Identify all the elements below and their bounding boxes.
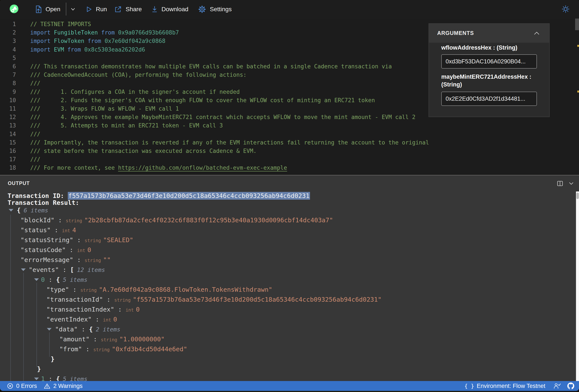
share-icon <box>114 6 122 13</box>
warning-mark <box>577 91 579 93</box>
tree-collapse-triangle[interactable] <box>21 269 26 271</box>
arg-label-maybemint: maybeMintERC721AddressHex : (String) <box>441 73 537 88</box>
run-button[interactable]: Run <box>86 0 107 19</box>
tree-collapse-triangle[interactable] <box>9 209 13 212</box>
json-tree-row: "data" : {2 items <box>0 324 576 334</box>
json-tree-row: } <box>0 354 576 364</box>
run-label: Run <box>96 6 107 13</box>
line-number: 9 <box>0 88 16 96</box>
open-dropdown-button[interactable] <box>70 0 76 19</box>
code-text: /// state before the transaction was exe… <box>30 147 257 155</box>
code-text: import FlowToken from 0x7e60df042a9c0868 <box>30 37 165 45</box>
transaction-id-value[interactable]: f557a1573b76aa53e73d46f3e10d200d5c18a653… <box>68 192 310 200</box>
json-tree-row: "statusCode" : int0 <box>0 245 576 255</box>
code-text: /// 3. Wraps FLOW as WFLOW - EVM call 1 <box>30 105 179 113</box>
errors-count[interactable]: 0 Errors <box>16 383 37 390</box>
json-tree-row: "transactionId" : string"f557a1573b76aa5… <box>0 294 576 304</box>
arguments-title: ARGUMENTS <box>437 30 474 36</box>
open-button[interactable]: Open <box>35 0 61 19</box>
line-number: 11 <box>0 105 16 113</box>
output-collapse-chevron-icon[interactable] <box>569 181 574 186</box>
share-button[interactable]: Share <box>114 0 142 19</box>
json-tree-row: "status" : int4 <box>0 225 576 235</box>
json-tree-row: "type" : string"A.7e60df042a9c0868.FlowT… <box>0 285 576 294</box>
code-line-15: 15/// Importantly, the transaction is re… <box>0 138 579 147</box>
line-number: 1 <box>0 20 16 28</box>
transaction-id-label: Transaction ID: <box>7 192 68 199</box>
code-text: /// 2. Funds the signer's COA with enoug… <box>30 96 375 105</box>
json-tree-row: "statusString" : string"SEALED" <box>0 235 576 245</box>
line-number: 18 <box>0 164 16 172</box>
download-button[interactable]: Download <box>151 0 188 19</box>
json-tree-row: "events" : [12 items <box>0 265 576 275</box>
toolbar: Open Run Share Dow <box>0 0 579 19</box>
editor-scrollbar-thumb[interactable] <box>575 19 579 30</box>
code-text: /// <box>30 130 40 138</box>
line-number: 2 <box>0 28 16 37</box>
split-panel-icon[interactable] <box>557 181 563 186</box>
code-text: /// CadenceOwnedAccount (COA), performin… <box>30 71 247 79</box>
arguments-panel-header[interactable]: ARGUMENTS <box>429 24 549 43</box>
code-text: /// 1. Configures a COA in the signer's … <box>30 88 240 96</box>
open-file-icon <box>35 5 42 13</box>
status-bar: 0 Errors 2 Warnings { } Environment: Flo… <box>0 381 579 391</box>
line-number: 12 <box>0 113 16 121</box>
json-tree-row: "blockId" : string"2b28cbfb87da2cfec4f02… <box>0 215 576 225</box>
chevron-up-icon[interactable] <box>533 31 541 36</box>
json-tree-row: "errorMessage" : string"" <box>0 255 576 265</box>
code-text: /// This transaction demonstrates how mu… <box>30 62 392 71</box>
code-text: /// For more context, see https://github… <box>30 164 287 172</box>
tree-collapse-triangle[interactable] <box>34 278 39 281</box>
settings-label: Settings <box>210 6 232 13</box>
open-label: Open <box>46 6 61 13</box>
theme-toggle-sun-icon[interactable] <box>561 4 570 14</box>
json-tree-row: 1 : {5 items <box>0 374 576 381</box>
github-icon[interactable] <box>567 383 574 390</box>
settings-button[interactable]: Settings <box>198 0 232 19</box>
indent-guide <box>49 332 50 357</box>
code-line-17: 17/// <box>0 155 579 164</box>
code-line-18: 18/// For more context, see https://gith… <box>0 164 579 172</box>
code-text: /// 4. Approves the example MaybeMintERC… <box>30 113 415 121</box>
code-line-13: 13/// 5. Attempts to mint an ERC721 toke… <box>0 121 579 130</box>
line-number: 6 <box>0 62 16 71</box>
code-text: // TESTNET IMPORTS <box>30 20 91 28</box>
warning-mark <box>577 45 579 47</box>
line-number: 17 <box>0 155 16 164</box>
arg-input-wflow[interactable]: 0xd3bF53DAC106A0290B04... <box>441 54 537 68</box>
warnings-count[interactable]: 2 Warnings <box>53 383 83 390</box>
tree-collapse-triangle[interactable] <box>47 328 52 331</box>
line-number: 10 <box>0 96 16 105</box>
flow-logo-icon[interactable] <box>10 4 18 13</box>
arg-input-maybemint[interactable]: 0x2E2Ed0Cfd3AD2f1d34481... <box>441 92 537 106</box>
run-icon <box>86 6 92 12</box>
line-number: 13 <box>0 121 16 130</box>
tree-collapse-triangle[interactable] <box>34 378 39 380</box>
json-tree-row: } <box>0 364 576 374</box>
arg-label-wflow: wflowAddressHex : (String) <box>441 44 537 52</box>
line-number: 8 <box>0 79 16 88</box>
transaction-id-line: Transaction ID: f557a1573b76aa53e73d46f3… <box>7 192 310 199</box>
output-scrollbar-track[interactable] <box>576 191 579 381</box>
output-title: OUTPUT <box>8 180 30 186</box>
download-label: Download <box>161 6 188 13</box>
indent-guide <box>23 273 24 381</box>
indent-guide <box>10 215 11 381</box>
code-line-16: 16/// state before the transaction was e… <box>0 147 579 156</box>
line-number: 4 <box>0 46 16 54</box>
code-text: /// Importantly, the transaction is reve… <box>30 138 429 147</box>
toolbar-divider <box>66 2 66 15</box>
gear-icon <box>198 5 206 13</box>
line-number: 14 <box>0 130 16 138</box>
code-line-14: 14/// <box>0 130 579 139</box>
output-scrollbar-thumb[interactable] <box>577 193 579 199</box>
code-text: /// 5. Attempts to mint an ERC721 token … <box>30 121 223 130</box>
json-tree-row: "transactionIndex" : int0 <box>0 304 576 314</box>
chevron-down-icon <box>70 6 76 12</box>
environment-label[interactable]: Environment: Flow Testnet <box>477 383 545 390</box>
app-window: Open Run Share Dow <box>0 0 579 391</box>
errors-icon <box>7 383 13 389</box>
feedback-person-icon[interactable] <box>554 383 561 389</box>
braces-icon: { } <box>464 383 474 389</box>
line-number: 7 <box>0 71 16 79</box>
